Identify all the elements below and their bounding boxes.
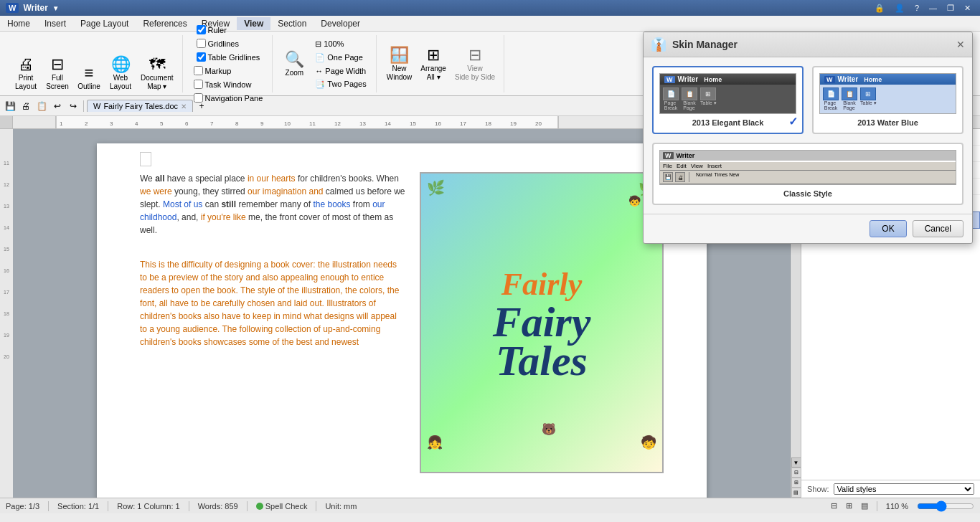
view-icon-1[interactable]: ⊟	[831, 501, 837, 511]
view-side-icon: ⊟	[468, 46, 481, 65]
view-side-btn[interactable]: ⊟ ViewSide by Side	[452, 44, 498, 83]
cancel-btn[interactable]: Cancel	[913, 220, 963, 237]
markup-checkbox[interactable]	[194, 66, 203, 75]
skin2-table-label: Table ▾	[860, 100, 877, 106]
minimize-btn[interactable]: —	[925, 4, 941, 13]
print-layout-btn[interactable]: 🖨 PrintLayout	[11, 54, 40, 92]
one-page-btn[interactable]: 📄 One Page	[311, 52, 369, 64]
ruler-corner	[0, 116, 13, 129]
zoom-slider[interactable]	[917, 500, 974, 512]
new-tab-btn[interactable]: +	[194, 99, 209, 113]
svg-text:13: 13	[4, 204, 9, 209]
view-layout-group: 🖨 PrintLayout ⊟ FullScreen ≡ Outline 🌐 W…	[6, 35, 183, 92]
svg-text:10: 10	[284, 120, 291, 127]
title-bar-dropdown[interactable]: ▼	[52, 4, 60, 12]
fullscreen-btn[interactable]: ⊟ FullScreen	[43, 54, 72, 92]
view-toggle-2[interactable]: ⊞	[791, 478, 801, 488]
show-styles-select[interactable]: Valid styles All styles Used styles	[834, 483, 974, 495]
skin2-table-icon: ⊞	[860, 87, 876, 100]
character-1: 👧	[427, 435, 443, 450]
toolbar-sep	[83, 100, 84, 112]
document-tab[interactable]: W Fairly Fairy Tales.doc ✕	[87, 100, 193, 112]
print-btn[interactable]: 🖨	[19, 99, 33, 113]
menu-section[interactable]: Section	[270, 17, 314, 30]
menu-developer[interactable]: Developer	[314, 17, 367, 30]
window-group: 🪟 NewWindow ⊞ ArrangeAll ▾ ⊟ ViewSide by…	[378, 35, 504, 92]
two-pages-icon: 📑	[315, 80, 325, 89]
menu-pagelayout[interactable]: Page Layout	[73, 17, 136, 30]
skin2-ribbon: 📄 PageBreak 📋 BlankPage ⊞ Table ▾	[820, 85, 956, 113]
new-window-btn[interactable]: 🪟 NewWindow	[384, 44, 415, 83]
arrange-all-btn[interactable]: ⊞ ArrangeAll ▾	[418, 44, 449, 83]
spell-check-indicator: Spell Check	[256, 502, 308, 511]
scroll-down-btn[interactable]: ▼	[791, 457, 801, 468]
skin2-pagebreak-label: PageBreak	[824, 100, 837, 110]
zoom-btn[interactable]: 🔍 Zoom	[280, 49, 308, 79]
table-gridlines-checkbox[interactable]	[197, 52, 206, 62]
skin3-titlebar: W Writer	[660, 151, 956, 162]
skin-classic-style[interactable]: W Writer File Edit View Insert 💾 🖨 Norma…	[652, 143, 963, 205]
zoom-100-btn[interactable]: ⊟ 100%	[311, 38, 369, 50]
gridlines-checkbox-label[interactable]: Gridlines	[193, 37, 264, 49]
book-cover: Fairly Fairy Tales 🌿 🌿 👧 🧒 🧒 🐻	[420, 172, 664, 473]
skin-manager-body: W Writer Home 📄 PageBreak 📋 BlankPage ⊞	[644, 57, 972, 214]
page-width-btn[interactable]: ↔ Page Width	[311, 65, 369, 77]
save-btn[interactable]: 💾	[3, 99, 17, 113]
svg-text:14: 14	[4, 225, 9, 230]
skin-elegant-black[interactable]: W Writer Home 📄 PageBreak 📋 BlankPage ⊞	[652, 66, 804, 134]
skin-water-blue-preview: W Writer Home 📄 PageBreak 📋 BlankPage ⊞	[819, 73, 956, 114]
app-logo-icon: W	[6, 3, 19, 13]
ruler-checkbox-label[interactable]: Ruler	[193, 24, 264, 36]
svg-text:18: 18	[485, 120, 491, 127]
view-toggle-1[interactable]: ⊟	[791, 468, 801, 478]
taskwindow-checkbox[interactable]	[194, 80, 203, 89]
status-sep-5	[316, 501, 316, 511]
view-icon-2[interactable]: ⊞	[846, 501, 852, 511]
arrange-all-icon: ⊞	[427, 46, 440, 65]
menu-insert[interactable]: Insert	[37, 17, 73, 30]
table-gridlines-checkbox-label[interactable]: Table Gridlines	[193, 51, 264, 63]
two-pages-btn[interactable]: 📑 Two Pages	[311, 78, 369, 90]
svg-rect-1	[56, 116, 558, 129]
skin3-menubar: File Edit View Insert	[660, 162, 956, 171]
skin-water-blue[interactable]: W Writer Home 📄 PageBreak 📋 BlankPage ⊞	[812, 66, 963, 134]
skin1-table-icon: ⊞	[700, 87, 716, 100]
styles-footer: Show: Valid styles All styles Used style…	[801, 480, 980, 498]
taskwindow-checkbox-label[interactable]: Task Window	[190, 78, 267, 90]
ruler-checkbox[interactable]	[197, 25, 206, 34]
skin2-blankpage-icon: 📋	[842, 87, 857, 100]
left-ruler-svg: 11 12 13 14 15 16 17 18 19 20	[0, 129, 13, 498]
ok-btn[interactable]: OK	[870, 220, 906, 237]
skin1-pagebreak-label: PageBreak	[664, 100, 677, 110]
paste-btn[interactable]: 📋	[34, 99, 49, 113]
svg-text:7: 7	[210, 120, 214, 127]
redo-btn[interactable]: ↪	[66, 99, 80, 113]
svg-text:4: 4	[135, 120, 138, 127]
doc-tab-close[interactable]: ✕	[181, 103, 187, 110]
view-toggle-3[interactable]: ▤	[791, 488, 801, 498]
svg-text:13: 13	[359, 120, 366, 127]
close-btn[interactable]: ✕	[961, 4, 974, 13]
restore-btn[interactable]: ❐	[943, 4, 958, 13]
web-layout-icon: 🌐	[111, 55, 131, 74]
undo-btn[interactable]: ↩	[50, 99, 65, 113]
section-info: Section: 1/1	[57, 502, 99, 511]
status-sep-3	[189, 501, 189, 511]
svg-text:14: 14	[385, 120, 391, 127]
menu-home[interactable]: Home	[0, 17, 37, 30]
gridlines-checkbox[interactable]	[197, 39, 206, 48]
help-icon[interactable]: ?	[911, 4, 923, 13]
user-icon: 👤	[891, 4, 908, 13]
svg-text:2: 2	[85, 120, 88, 127]
svg-text:12: 12	[4, 182, 9, 187]
fullscreen-icon: ⊟	[51, 55, 64, 74]
outline-btn[interactable]: ≡ Outline	[75, 62, 103, 92]
document-map-btn[interactable]: 🗺 DocumentMap ▾	[138, 54, 176, 92]
menu-references[interactable]: References	[136, 17, 194, 30]
skin-manager-close-btn[interactable]: ✕	[956, 39, 965, 50]
new-window-icon: 🪟	[390, 46, 409, 65]
show-group: Ruler Gridlines Table Gridlines Markup T…	[184, 35, 273, 92]
view-icon-3[interactable]: ▤	[861, 501, 868, 511]
web-layout-btn[interactable]: 🌐 WebLayout	[106, 54, 135, 92]
markup-checkbox-label[interactable]: Markup	[190, 65, 267, 77]
